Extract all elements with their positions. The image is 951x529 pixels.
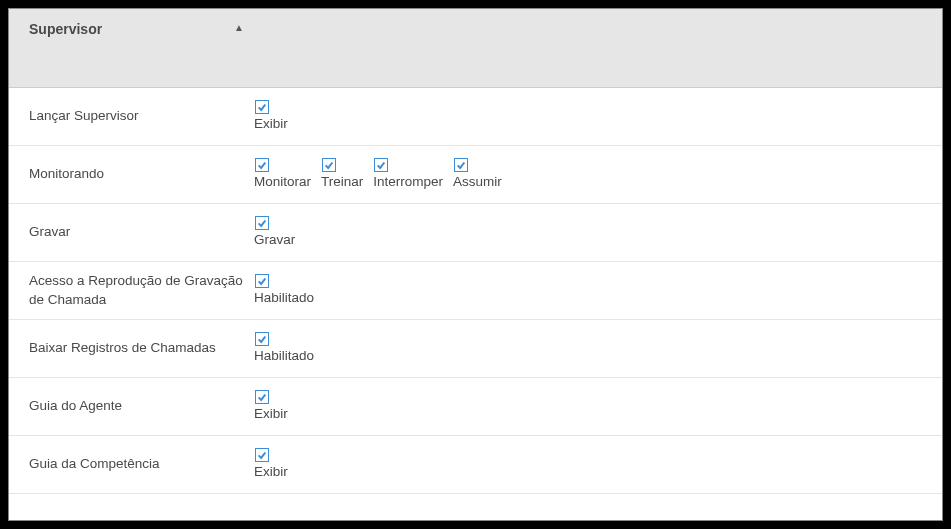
option-label: Gravar: [254, 232, 301, 248]
checkbox[interactable]: [255, 216, 269, 230]
row-label: Lançar Supervisor: [29, 107, 254, 125]
checkbox[interactable]: [255, 158, 269, 172]
check-icon: [257, 102, 267, 112]
row-controls: Exibir: [254, 448, 294, 480]
row-label: Monitorando: [29, 165, 254, 183]
checkbox[interactable]: [255, 448, 269, 462]
permission-option: Assumir: [453, 158, 508, 190]
table-row: Lançar SupervisorExibir: [9, 88, 942, 146]
permission-option: Treinar: [321, 158, 369, 190]
permissions-panel: Supervisor ▲ Lançar SupervisorExibirMoni…: [8, 8, 943, 521]
check-icon: [324, 160, 334, 170]
permission-option: Exibir: [254, 390, 294, 422]
row-controls: Exibir: [254, 100, 294, 132]
check-icon: [257, 334, 267, 344]
checkbox[interactable]: [255, 332, 269, 346]
option-label: Exibir: [254, 116, 294, 132]
rows-container: Lançar SupervisorExibirMonitorandoMonito…: [9, 88, 942, 494]
permission-option: Interromper: [373, 158, 449, 190]
row-controls: Habilitado: [254, 274, 320, 306]
permission-option: Habilitado: [254, 332, 320, 364]
check-icon: [257, 392, 267, 402]
option-label: Treinar: [321, 174, 369, 190]
checkbox[interactable]: [255, 100, 269, 114]
table-row: Guia da CompetênciaExibir: [9, 436, 942, 494]
check-icon: [257, 276, 267, 286]
option-label: Exibir: [254, 464, 294, 480]
checkbox[interactable]: [255, 274, 269, 288]
row-label: Acesso a Reprodução de Gravação de Chama…: [29, 272, 254, 308]
checkbox[interactable]: [454, 158, 468, 172]
checkbox[interactable]: [374, 158, 388, 172]
row-label: Guia do Agente: [29, 397, 254, 415]
check-icon: [376, 160, 386, 170]
permission-option: Monitorar: [254, 158, 317, 190]
option-label: Interromper: [373, 174, 449, 190]
row-controls: Exibir: [254, 390, 294, 422]
option-label: Habilitado: [254, 348, 320, 364]
option-label: Assumir: [453, 174, 508, 190]
row-label: Guia da Competência: [29, 455, 254, 473]
table-row: GravarGravar: [9, 204, 942, 262]
check-icon: [257, 160, 267, 170]
table-row: Baixar Registros de ChamadasHabilitado: [9, 320, 942, 378]
row-controls: MonitorarTreinarInterromperAssumir: [254, 158, 508, 190]
table-row: Guia do AgenteExibir: [9, 378, 942, 436]
permission-option: Gravar: [254, 216, 301, 248]
permission-option: Exibir: [254, 448, 294, 480]
check-icon: [257, 450, 267, 460]
sort-asc-icon: ▲: [234, 21, 244, 35]
row-label: Baixar Registros de Chamadas: [29, 339, 254, 357]
column-header-supervisor: Supervisor: [29, 21, 234, 37]
row-label: Gravar: [29, 223, 254, 241]
checkbox[interactable]: [322, 158, 336, 172]
option-label: Monitorar: [254, 174, 317, 190]
table-row: MonitorandoMonitorarTreinarInterromperAs…: [9, 146, 942, 204]
option-label: Habilitado: [254, 290, 320, 306]
checkbox[interactable]: [255, 390, 269, 404]
row-controls: Habilitado: [254, 332, 320, 364]
table-header[interactable]: Supervisor ▲: [9, 9, 942, 88]
row-controls: Gravar: [254, 216, 301, 248]
table-row: Acesso a Reprodução de Gravação de Chama…: [9, 262, 942, 320]
check-icon: [257, 218, 267, 228]
check-icon: [456, 160, 466, 170]
permission-option: Exibir: [254, 100, 294, 132]
option-label: Exibir: [254, 406, 294, 422]
permission-option: Habilitado: [254, 274, 320, 306]
